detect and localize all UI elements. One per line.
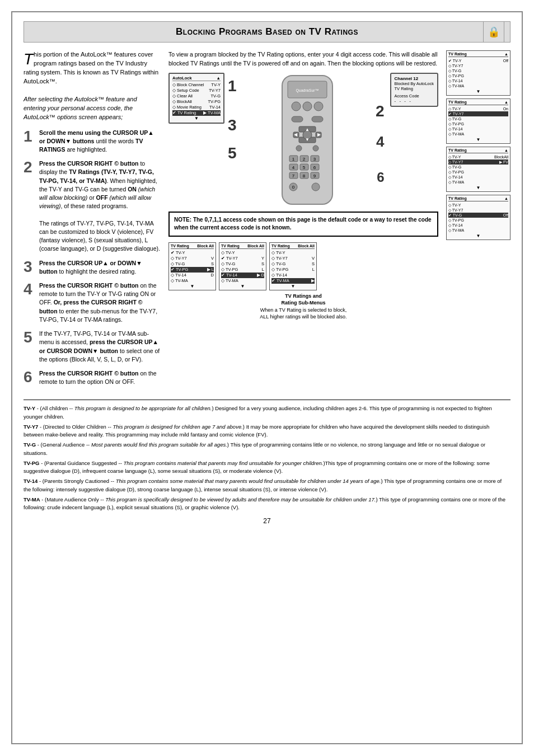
trb4-header: TV Rating▲ xyxy=(448,196,508,201)
trb2-item-6: ◇ TV-MA xyxy=(448,132,508,137)
step-label-2: 2 xyxy=(376,104,385,119)
trb1-item-1: ✔ TV-YOff xyxy=(448,58,508,63)
trb4-scroll-down: ▼ xyxy=(448,233,508,238)
svg-point-5 xyxy=(314,102,323,111)
step-6-content: Press the CURSOR RIGHT © button on the r… xyxy=(39,369,161,386)
trb4-item-1: ◇ TV-Y xyxy=(448,203,508,208)
note-label: NOTE: The 0,7,1,1 access code shown on t… xyxy=(174,217,432,231)
caption-line1: TV Ratings and xyxy=(285,293,322,299)
rsm1-item-tvma: ◇ TV-MA xyxy=(171,278,214,284)
svg-text:3: 3 xyxy=(313,157,316,162)
rsm2-item-tvy7: ✔ TV-Y7Y xyxy=(221,256,264,261)
tv-rating-label: TV Rating xyxy=(395,86,434,91)
header-logo: 🔒 xyxy=(483,21,504,43)
tv-rating-box-4: TV Rating▲ ◇ TV-Y ◇ TV-Y7 ✔ TV-GOff ◇ TV… xyxy=(446,195,510,240)
rsm1-scroll-down: ▼ xyxy=(171,284,214,289)
autolock-item-4: ◇ BlockAllTV-PG xyxy=(172,99,221,105)
svg-text:QuadraSur™: QuadraSur™ xyxy=(296,88,318,93)
svg-point-3 xyxy=(292,102,301,111)
rsm1-item-tv14: ◇ TV-14D xyxy=(171,273,214,278)
remote-illustration-area: 1 2 3 4 5 6 QuadraSur™ xyxy=(228,73,387,207)
step-label-5: 5 xyxy=(228,145,237,161)
trb3-item-3: ◇ TV-G xyxy=(448,165,508,170)
svg-text:0: 0 xyxy=(292,185,295,190)
autolock-item-6-tv-rating: ✔ TV Rating▶ TV-MA xyxy=(172,110,221,116)
autolock-item-1: ◇ Block ChannelTV-Y xyxy=(172,82,221,88)
trb4-item-6: ◇ TV-MA xyxy=(448,228,508,233)
autolock-menu-header: AutoLock ▲ xyxy=(172,76,221,81)
rsm2-item-tvma: ◇ TV-MA xyxy=(221,278,264,284)
trb3-header: TV Rating▲ xyxy=(448,148,508,153)
intro-para1: his portion of the AutoLock™ features co… xyxy=(24,51,158,84)
page-number: 27 xyxy=(24,517,510,525)
trb3-scroll-down: ▼ xyxy=(448,185,508,190)
intro-para2: After selecting the Autolock™ feature an… xyxy=(24,95,161,122)
step-label-1: 1 xyxy=(228,78,237,94)
access-code-label: Access Code xyxy=(395,93,434,98)
svg-point-18 xyxy=(313,145,318,151)
trb4-item-2: ◇ TV-Y7 xyxy=(448,208,508,213)
autolock-item-3: ◇ Clear AllTV-G xyxy=(172,93,221,99)
rsm2-item-tv14: ✔ TV-14▶ D xyxy=(221,273,264,278)
step-4: 4 Press the CURSOR RIGHT © button on the… xyxy=(24,281,161,324)
rsm2-header: TV RatingBlock All xyxy=(221,244,264,249)
svg-text:6: 6 xyxy=(313,165,316,170)
note-tvma: TV-MA - (Mature Audience Only -- This pr… xyxy=(24,496,510,512)
step-4-number: 4 xyxy=(24,281,36,297)
rsm3-item-tv14: ◇ TV-14 xyxy=(271,273,315,278)
autolock-item-5: ◇ Movie RatingTV-14 xyxy=(172,105,221,110)
trb2-item-2: ✔ TV-Y7 xyxy=(448,111,508,116)
trb4-item-4: ◇ TV-PG xyxy=(448,218,508,223)
autolock-menu: AutoLock ▲ ◇ Block ChannelTV-Y ◇ Setup C… xyxy=(168,73,224,124)
left-column: This portion of the AutoLock™ features c… xyxy=(24,50,161,392)
svg-text:▶: ▶ xyxy=(317,132,321,137)
svg-text:7: 7 xyxy=(292,173,295,179)
step-label-4: 4 xyxy=(376,134,384,149)
tv-rating-box-3: TV Rating▲ ◇ TV-YBlockAll ◇ TV-Y7▶ FV ◇ … xyxy=(446,147,510,192)
trb3-item-1: ◇ TV-YBlockAll xyxy=(448,154,508,159)
step-1-number: 1 xyxy=(24,129,36,144)
trb1-item-2: ◇ TV-Y7 xyxy=(448,63,508,68)
step-3: 3 Press the CURSOR UP▲ or DOWN▼ button t… xyxy=(24,259,161,276)
trb3-item-6: ◇ TV-MA xyxy=(448,180,508,185)
note-tv14: TV-14 - (Parents Strongly Cautioned -- T… xyxy=(24,477,510,494)
channel-number: Channel 12 xyxy=(395,76,434,81)
step-5: 5 If the TV-Y7, TV-PG, TV-14 or TV-MA su… xyxy=(24,330,161,364)
rsm1-item-tvg: ◇ TV-GS xyxy=(171,261,214,267)
trb1-item-4: ◇ TV-PG xyxy=(448,73,508,78)
rating-caption: TV Ratings and Rating Sub-Menus When a T… xyxy=(168,293,438,321)
caption-line3: When a TV Rating is selected to block, xyxy=(260,307,346,313)
rsm2-item-tvg: ◇ TV-GS xyxy=(221,261,264,267)
rsm3-item-tvpg: ◇ TV-PGL xyxy=(271,267,315,273)
rsm1-item-tvpg: ✔ TV-PG▶ L xyxy=(171,267,214,273)
step-3-content: Press the CURSOR UP▲ or DOWN▼ button to … xyxy=(39,259,161,276)
svg-point-17 xyxy=(296,145,302,151)
svg-text:1: 1 xyxy=(292,157,295,162)
rsm1-header: TV RatingBlock All xyxy=(171,244,214,249)
svg-rect-7 xyxy=(312,116,323,122)
center-description: To view a program blocked by the TV Rati… xyxy=(168,50,438,68)
access-code-value: - - - - xyxy=(395,98,434,104)
rsm2-item-tvy: ◇ TV-Y xyxy=(221,250,264,256)
svg-text:▼: ▼ xyxy=(305,137,310,142)
page: Blocking Programs Based on TV Ratings 🔒 … xyxy=(11,11,523,744)
drop-cap: T xyxy=(24,51,33,67)
trb2-item-5: ◇ TV-14 xyxy=(448,126,508,132)
svg-text:4: 4 xyxy=(292,165,295,170)
rsm2-scroll-down: ▼ xyxy=(221,284,264,289)
trb1-item-6: ◇ TV-MA xyxy=(448,83,508,88)
intro-text: This portion of the AutoLock™ features c… xyxy=(24,50,161,122)
center-column: To view a program blocked by the TV Rati… xyxy=(168,50,438,392)
svg-rect-6 xyxy=(292,116,303,122)
main-layout: This portion of the AutoLock™ features c… xyxy=(24,50,510,392)
rsm3-item-tvy7: ◇ TV-Y7V xyxy=(271,256,315,261)
autolock-scroll-down: ▼ xyxy=(172,116,221,121)
step-1-content: Scroll the menu using the CURSOR UP▲ or … xyxy=(39,129,161,154)
rsm3-header: TV RatingBlock All xyxy=(271,244,315,249)
top-illustration: AutoLock ▲ ◇ Block ChannelTV-Y ◇ Setup C… xyxy=(168,73,438,207)
rsm1-item-tvy7: ◇ TV-Y7V xyxy=(171,256,214,261)
autolock-scroll-up: ▲ xyxy=(217,76,221,81)
step-5-content: If the TV-Y7, TV-PG, TV-14 or TV-MA sub-… xyxy=(39,330,161,364)
note-tvg: TV-G - (General Audience -- Most parents… xyxy=(24,441,510,457)
rating-sub-menu-1: TV RatingBlock All ✔ TV-Y ◇ TV-Y7V ◇ TV-… xyxy=(168,242,216,290)
